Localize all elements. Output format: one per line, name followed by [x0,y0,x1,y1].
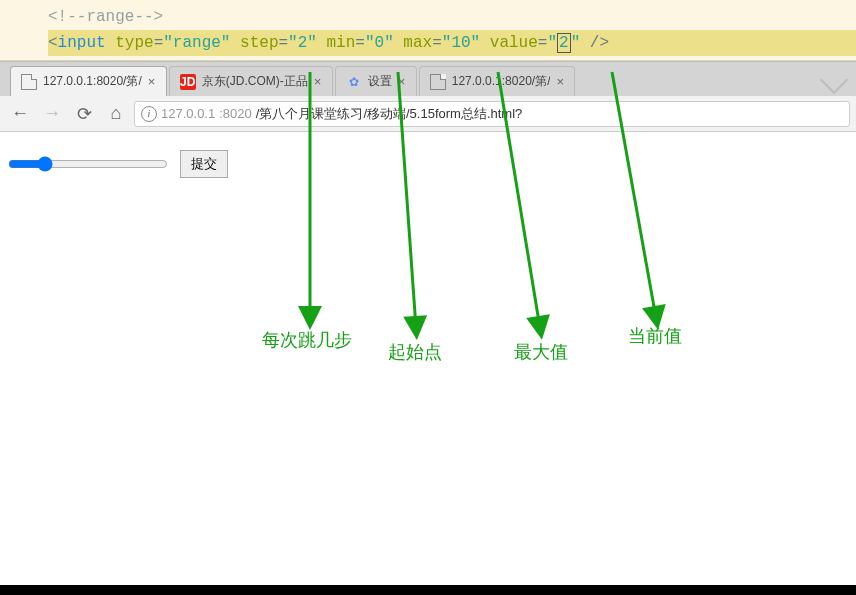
tab-0[interactable]: 127.0.0.1:8020/第/ × [10,66,167,96]
range-input[interactable] [8,156,168,172]
tab-title: 127.0.0.1:8020/第/ [452,73,551,90]
jd-icon: JD [180,74,196,90]
annotation-value: 当前值 [628,324,682,348]
home-button[interactable]: ⌂ [102,100,130,128]
reload-button[interactable]: ⟳ [70,100,98,128]
code-comment: <!--range--> [48,8,163,26]
tab-title: 127.0.0.1:8020/第/ [43,73,142,90]
browser-window: 127.0.0.1:8020/第/ × JD 京东(JD.COM)-正品 × ✿… [0,61,856,196]
gear-icon: ✿ [346,74,362,90]
tab-bar: 127.0.0.1:8020/第/ × JD 京东(JD.COM)-正品 × ✿… [0,62,856,96]
close-icon[interactable]: × [314,74,324,89]
toolbar: ← → ⟳ ⌂ i 127.0.0.1:8020/第八个月课堂练习/移动端/5.… [0,96,856,132]
tab-title: 京东(JD.COM)-正品 [202,73,308,90]
code-editor: <!--range--> <input type="range" step="2… [0,0,856,61]
back-button[interactable]: ← [6,100,34,128]
page-icon [21,74,37,90]
close-icon[interactable]: × [398,74,408,89]
page-icon [430,74,446,90]
tab-3[interactable]: 127.0.0.1:8020/第/ × [419,66,576,96]
close-icon[interactable]: × [556,74,566,89]
url-path: /第八个月课堂练习/移动端/5.15form总结.html? [256,105,523,123]
code-comment-line: <!--range--> [48,4,856,30]
address-bar[interactable]: i 127.0.0.1:8020/第八个月课堂练习/移动端/5.15form总结… [134,101,850,127]
page-content: 提交 [0,132,856,196]
annotation-min: 起始点 [388,340,442,364]
close-icon[interactable]: × [148,74,158,89]
submit-button[interactable]: 提交 [180,150,228,178]
url-host: 127.0.0.1 [161,106,215,121]
forward-button[interactable]: → [38,100,66,128]
bottom-bar [0,585,856,595]
annotation-max: 最大值 [514,340,568,364]
url-port: :8020 [219,106,252,121]
tab-title: 设置 [368,73,392,90]
tab-1[interactable]: JD 京东(JD.COM)-正品 × [169,66,333,96]
annotation-step: 每次跳几步 [262,328,352,352]
info-icon[interactable]: i [141,106,157,122]
code-input-line: <input type="range" step="2" min="0" max… [48,30,856,56]
tab-2[interactable]: ✿ 设置 × [335,66,417,96]
